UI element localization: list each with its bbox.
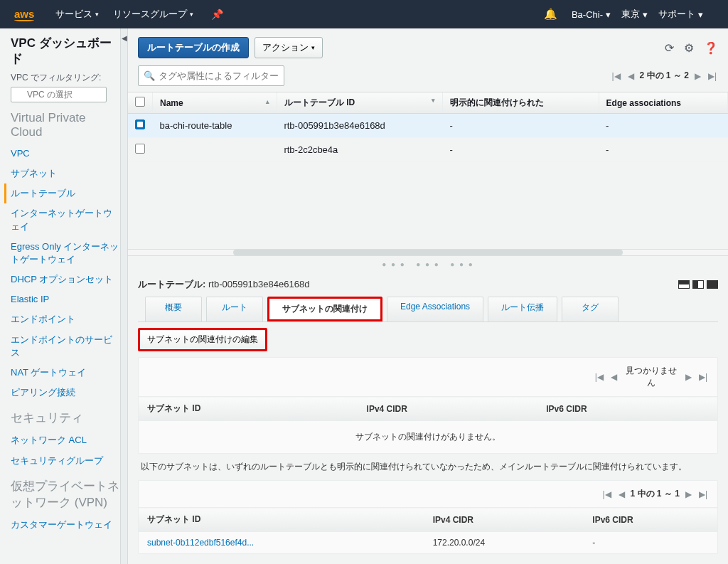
tab-route-propagation[interactable]: ルート伝播: [488, 297, 557, 321]
page-last-icon[interactable]: ▶|: [707, 71, 718, 81]
col-explicit[interactable]: 明示的に関連付けられた: [443, 92, 599, 114]
sidebar-collapse-handle[interactable]: ◀: [121, 28, 128, 564]
col-edge[interactable]: Edge associations: [599, 92, 727, 114]
create-route-table-button[interactable]: ルートテーブルの作成: [138, 37, 249, 58]
resource-groups-menu[interactable]: リソースグループ▾: [113, 8, 193, 21]
col-ipv6-cidr: IPv6 CIDR: [537, 397, 717, 421]
row-checkbox[interactable]: [135, 144, 145, 154]
content: ルートテーブルの作成 アクション▾ ⟳ ⚙ ❓ 🔍 |◀ ◀ 2 中の 1 ～ …: [128, 28, 728, 564]
layout-horizontal-icon[interactable]: [678, 280, 690, 289]
page-last-icon[interactable]: ▶|: [697, 489, 709, 499]
page-next-icon[interactable]: ▶: [693, 71, 702, 81]
implicit-association-note: 以下のサブネットは、いずれのルートテーブルとも明示的に関連付けられていなかったた…: [138, 454, 718, 480]
search-icon: 🔍: [144, 70, 155, 81]
sidebar-title[interactable]: VPC ダッシュボード: [11, 36, 120, 67]
empty-message: サブネットの関連付けがありません。: [139, 421, 717, 454]
aws-logo[interactable]: aws: [14, 8, 34, 21]
support-menu[interactable]: サポート▾: [658, 8, 703, 21]
panel-resize-handle[interactable]: ● ● ● ● ● ● ● ● ●: [128, 256, 728, 272]
page-info: 2 中の 1 ～ 2: [640, 70, 689, 82]
col-name[interactable]: Name▴: [153, 92, 277, 114]
settings-icon[interactable]: ⚙: [684, 41, 694, 55]
sidebar-item-endpoint[interactable]: エンドポイント: [11, 309, 120, 329]
sidebar-item-sg[interactable]: セキュリティグループ: [11, 451, 120, 471]
page-prev-icon[interactable]: ◀: [609, 372, 619, 382]
table-row[interactable]: rtb-2c2cbe4a - -: [128, 138, 728, 162]
region-menu[interactable]: 東京▾: [621, 8, 648, 21]
tab-subnet-associations[interactable]: サブネットの関連付け: [267, 297, 382, 321]
tab-tags[interactable]: タグ: [562, 297, 619, 321]
sidebar-item-vpc[interactable]: VPC: [11, 144, 120, 164]
account-menu[interactable]: Ba-Chi-▾: [572, 9, 611, 20]
pin-icon[interactable]: 📌: [211, 9, 223, 20]
col-ipv4-cidr: IPv4 CIDR: [424, 508, 584, 532]
top-header: aws サービス▾ リソースグループ▾ 📌 🔔 Ba-Chi-▾ 東京▾ サポー…: [0, 0, 728, 28]
help-icon[interactable]: ❓: [704, 41, 718, 55]
details-tabs: 概要 ルート サブネットの関連付け Edge Associations ルート伝…: [138, 297, 718, 322]
notifications-icon[interactable]: 🔔: [544, 8, 557, 21]
row-checkbox[interactable]: [135, 119, 145, 129]
section-security: セキュリティ: [11, 410, 120, 426]
table-row[interactable]: subnet-0b112edbf516ef4d... 172.20.0.0/24…: [139, 532, 717, 554]
sidebar-item-peering[interactable]: ピアリング接続: [11, 383, 120, 403]
page-first-icon[interactable]: |◀: [610, 71, 621, 81]
tab-summary[interactable]: 概要: [145, 297, 202, 321]
vpc-filter-input[interactable]: [11, 87, 107, 102]
sidebar-item-nat[interactable]: NAT ゲートウェイ: [11, 363, 120, 383]
page-prev-icon[interactable]: ◀: [617, 489, 626, 499]
section-vpn: 仮想プライベートネットワーク (VPN): [11, 478, 120, 511]
details-title: ルートテーブル: rtb-005991b3e84e6168d: [138, 278, 309, 291]
tab-routes[interactable]: ルート: [206, 297, 263, 321]
subnet-associations-panel: |◀ ◀ 見つかりません ▶ ▶| サブネット ID IPv4 CIDR IPv…: [138, 357, 718, 454]
subnet-link[interactable]: subnet-0b112edbf516ef4d...: [147, 538, 254, 548]
resource-search-input[interactable]: [138, 65, 284, 86]
sidebar-item-dhcp[interactable]: DHCP オプションセット: [11, 270, 120, 289]
sidebar-item-cgw[interactable]: カスタマーゲートウェイ: [11, 515, 120, 535]
section-vpc: Virtual Private Cloud: [11, 111, 120, 139]
services-menu[interactable]: サービス▾: [55, 8, 99, 21]
route-tables-table: Name▴ ルートテーブル ID▾ 明示的に関連付けられた Edge assoc…: [128, 92, 728, 162]
page-first-icon[interactable]: |◀: [594, 372, 605, 382]
col-id[interactable]: ルートテーブル ID▾: [277, 92, 442, 114]
page-info: 1 中の 1 ～ 1: [631, 488, 680, 500]
tab-edge-associations[interactable]: Edge Associations: [387, 297, 483, 321]
sidebar-item-egress-igw[interactable]: Egress Only インターネットゲートウェイ: [11, 237, 120, 270]
col-subnet-id: サブネット ID: [139, 397, 358, 421]
sidebar-item-eip[interactable]: Elastic IP: [11, 289, 120, 309]
table-row[interactable]: ba-chi-route-table rtb-005991b3e84e6168d…: [128, 114, 728, 138]
col-ipv4-cidr: IPv4 CIDR: [358, 397, 538, 421]
sidebar: VPC ダッシュボード VPC でフィルタリング: 🔍 Virtual Priv…: [0, 28, 121, 564]
actions-button[interactable]: アクション▾: [255, 37, 323, 58]
col-subnet-id: サブネット ID: [139, 508, 424, 532]
page-last-icon[interactable]: ▶|: [697, 372, 709, 382]
implicit-subnet-panel: |◀ ◀ 1 中の 1 ～ 1 ▶ ▶| サブネット ID IPv4 CIDR …: [138, 480, 718, 554]
no-results-label: 見つかりません: [623, 365, 680, 389]
page-next-icon[interactable]: ▶: [684, 372, 693, 382]
layout-full-icon[interactable]: [707, 280, 718, 289]
sidebar-item-endpoint-service[interactable]: エンドポイントのサービス: [11, 330, 120, 363]
edit-subnet-associations-button[interactable]: サブネットの関連付けの編集: [138, 328, 267, 351]
horizontal-scrollbar[interactable]: [128, 249, 728, 256]
top-pagination: |◀ ◀ 2 中の 1 ～ 2 ▶ ▶|: [610, 70, 718, 82]
col-ipv6-cidr: IPv6 CIDR: [584, 508, 717, 532]
page-first-icon[interactable]: |◀: [601, 489, 612, 499]
sidebar-item-igw[interactable]: インターネットゲートウェイ: [11, 203, 120, 236]
sidebar-item-nacl[interactable]: ネットワーク ACL: [11, 430, 120, 450]
sidebar-item-route-tables[interactable]: ルートテーブル: [4, 183, 120, 203]
select-all-checkbox[interactable]: [135, 97, 145, 107]
page-prev-icon[interactable]: ◀: [626, 71, 636, 81]
page-next-icon[interactable]: ▶: [684, 489, 693, 499]
layout-vertical-icon[interactable]: [692, 280, 704, 289]
sidebar-item-subnet[interactable]: サブネット: [11, 164, 120, 183]
filter-label: VPC でフィルタリング:: [11, 73, 120, 84]
refresh-icon[interactable]: ⟳: [665, 41, 674, 55]
